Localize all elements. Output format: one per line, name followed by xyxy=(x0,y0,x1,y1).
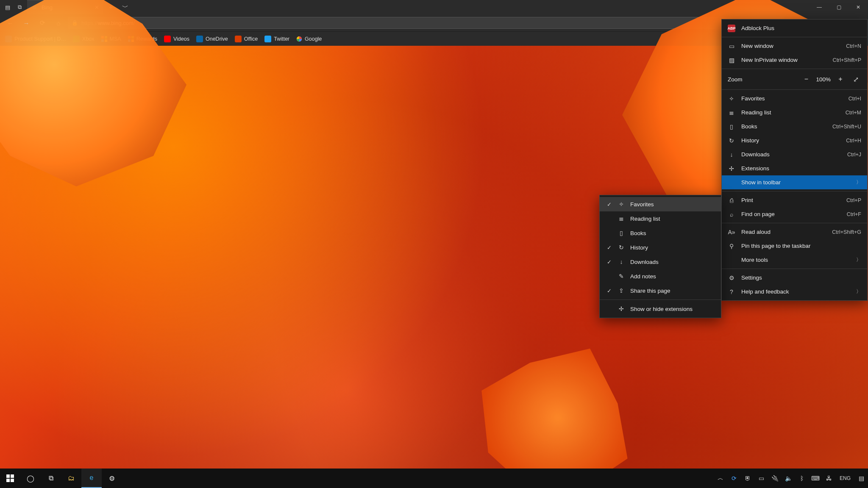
wallpaper-leaf xyxy=(453,315,663,488)
zoom-label: Zoom xyxy=(728,76,796,83)
submenu-label: Show or hide extensions xyxy=(630,306,715,312)
menu-pin-to-taskbar[interactable]: ⚲Pin this page to the taskbar xyxy=(722,239,867,253)
submenu-label: Share this page xyxy=(630,288,715,294)
action-center-icon[interactable]: ▤ xyxy=(854,469,868,488)
forward-button[interactable]: → xyxy=(19,16,33,30)
menu-print[interactable]: ⎙PrintCtrl+P xyxy=(722,193,867,207)
menu-show-in-toolbar[interactable]: Show in toolbar〉 xyxy=(722,175,867,189)
menu-adblock-plus[interactable]: ABP Adblock Plus xyxy=(722,21,867,35)
menu-new-window[interactable]: ▭ New window Ctrl+N xyxy=(722,39,867,53)
print-icon: ⎙ xyxy=(728,197,735,204)
submenu-share-this-page[interactable]: ✓⇪Share this page xyxy=(600,283,721,298)
submenu-downloads[interactable]: ✓↓Downloads xyxy=(600,255,721,269)
submenu-add-notes[interactable]: ✎Add notes xyxy=(600,269,721,283)
menu-books[interactable]: ▯BooksCtrl+Shift+U xyxy=(722,119,867,133)
show-in-toolbar-submenu: ✓✧Favorites≣Reading list▯Books✓↻History✓… xyxy=(599,195,721,318)
task-view-button[interactable]: ⧉ xyxy=(41,469,61,488)
favorite-label: Office xyxy=(244,36,258,42)
tray-display-icon[interactable]: ▭ xyxy=(754,469,768,488)
zoom-out-button[interactable]: − xyxy=(801,75,812,83)
submenu-label: Add notes xyxy=(630,273,715,280)
tray-sync-icon[interactable]: ⟳ xyxy=(727,469,741,488)
menu-settings[interactable]: ⚙Settings xyxy=(722,271,867,285)
favorite-onedrive[interactable]: OneDrive xyxy=(196,36,228,42)
check-icon: ✓ xyxy=(606,259,612,265)
menu-more-tools[interactable]: More tools〉 xyxy=(722,253,867,267)
svg-rect-9 xyxy=(6,474,10,478)
search-icon: ⌕ xyxy=(728,211,735,218)
submenu-label: Downloads xyxy=(630,259,715,265)
file-explorer-button[interactable]: 🗂 xyxy=(61,469,81,488)
maximize-button[interactable]: ▢ xyxy=(829,0,849,14)
system-tray: ︿ ⟳ ⛨ ▭ 🔌 🔈 ᛒ ⌨ 🖧 ENG ▤ xyxy=(714,469,868,488)
submenu-label: Favorites xyxy=(630,201,715,208)
check-icon: ✓ xyxy=(606,288,612,294)
star-icon: ✧ xyxy=(728,95,735,102)
start-button[interactable] xyxy=(0,469,20,488)
submenu-history[interactable]: ✓↻History xyxy=(600,240,721,255)
favorite-twitter[interactable]: Twitter xyxy=(264,36,289,42)
favorite-label: Twitter xyxy=(274,36,289,42)
favorite-videos[interactable]: Videos xyxy=(164,36,189,42)
zoom-in-button[interactable]: + xyxy=(835,75,846,83)
tray-keyboard-icon[interactable]: ⌨ xyxy=(809,469,822,488)
set-aside-tabs-icon[interactable]: ▤ xyxy=(3,2,13,12)
menu-help[interactable]: ?Help and feedback〉 xyxy=(722,285,867,299)
submenu-favorites[interactable]: ✓✧Favorites xyxy=(600,197,721,211)
clock-icon: ↻ xyxy=(728,137,735,144)
menu-find-on-page[interactable]: ⌕Find on pageCtrl+F xyxy=(722,207,867,221)
inprivate-icon: ▨ xyxy=(728,57,735,64)
svg-rect-10 xyxy=(11,474,14,478)
menu-favorites[interactable]: ✧FavoritesCtrl+I xyxy=(722,92,867,105)
cortana-button[interactable]: ◯ xyxy=(20,469,41,488)
tray-power-icon[interactable]: 🔌 xyxy=(768,469,782,488)
star-icon: ✧ xyxy=(618,201,625,208)
chevron-right-icon: 〉 xyxy=(856,288,861,295)
tray-volume-icon[interactable]: 🔈 xyxy=(782,469,795,488)
menu-read-aloud[interactable]: A»Read aloudCtrl+Shift+G xyxy=(722,225,867,239)
submenu-label: History xyxy=(630,244,715,251)
svg-rect-12 xyxy=(11,479,14,482)
clock-icon: ↻ xyxy=(618,244,625,251)
menu-history[interactable]: ↻HistoryCtrl+H xyxy=(722,133,867,147)
url-box[interactable]: 🔒 https://www.bing.com/ ▭ ☆ xyxy=(68,17,784,29)
zoom-value: 100% xyxy=(816,76,831,83)
minimize-button[interactable]: — xyxy=(810,0,829,14)
favorite-office[interactable]: Office xyxy=(235,36,258,42)
menu-reading-list[interactable]: ≣Reading listCtrl+M xyxy=(722,105,867,119)
tray-security-icon[interactable]: ⛨ xyxy=(741,469,754,488)
settings-menu: ABP Adblock Plus ▭ New window Ctrl+N ▨ N… xyxy=(721,19,868,301)
chevron-right-icon: 〉 xyxy=(856,256,861,263)
tray-language[interactable]: ENG xyxy=(836,469,854,488)
gear-icon: ⚙ xyxy=(728,274,735,281)
book-icon: ▯ xyxy=(728,123,735,130)
help-icon: ? xyxy=(728,288,735,295)
close-window-button[interactable]: ✕ xyxy=(849,0,868,14)
menu-zoom: Zoom − 100% + ⤢ xyxy=(722,71,867,88)
submenu-reading-list[interactable]: ≣Reading list xyxy=(600,211,721,226)
fullscreen-button[interactable]: ⤢ xyxy=(850,75,861,83)
edge-button[interactable]: e xyxy=(81,469,102,488)
pen-icon: ✎ xyxy=(618,273,625,280)
submenu-books[interactable]: ▯Books xyxy=(600,226,721,240)
down-icon: ↓ xyxy=(618,258,625,265)
window-icon: ▭ xyxy=(728,43,735,50)
list-icon: ≣ xyxy=(728,109,735,116)
submenu-label: Reading list xyxy=(630,216,715,222)
menu-extensions[interactable]: ✢Extensions xyxy=(722,161,867,175)
menu-downloads[interactable]: ↓DownloadsCtrl+J xyxy=(722,147,867,161)
tray-chevron-up-icon[interactable]: ︿ xyxy=(714,469,727,488)
download-icon: ↓ xyxy=(728,151,735,158)
extension-icon: ✢ xyxy=(728,165,735,172)
settings-button[interactable]: ⚙ xyxy=(102,469,122,488)
taskbar: ◯ ⧉ 🗂 e ⚙ ︿ ⟳ ⛨ ▭ 🔌 🔈 ᛒ ⌨ 🖧 ENG ▤ xyxy=(0,469,868,488)
menu-new-inprivate[interactable]: ▨ New InPrivate window Ctrl+Shift+P xyxy=(722,53,867,67)
ext-icon: ✢ xyxy=(618,305,625,312)
tray-bluetooth-icon[interactable]: ᛒ xyxy=(795,469,809,488)
favorite-google[interactable]: Google xyxy=(296,36,322,42)
tray-network-icon[interactable]: 🖧 xyxy=(822,469,836,488)
chevron-right-icon: 〉 xyxy=(856,179,861,186)
submenu-show-or-hide-extensions[interactable]: ✢Show or hide extensions xyxy=(600,302,721,316)
submenu-label: Books xyxy=(630,230,715,236)
show-tabs-icon[interactable]: ⧉ xyxy=(14,2,25,12)
